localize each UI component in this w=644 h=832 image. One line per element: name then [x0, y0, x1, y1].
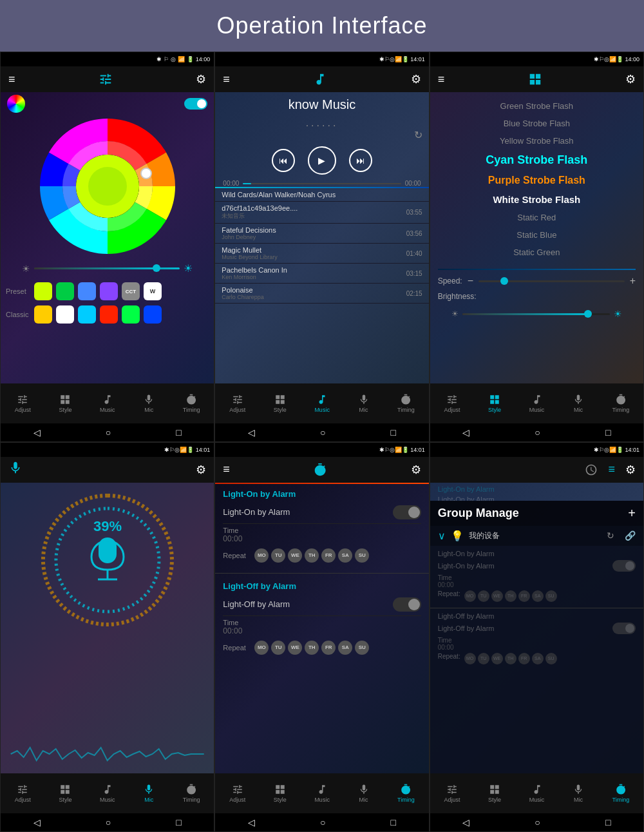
home-btn-6[interactable]: ○	[535, 817, 540, 827]
color-wheel[interactable]	[37, 115, 178, 257]
classic-swatch-5[interactable]	[122, 305, 140, 324]
alarm-toggle-2[interactable]	[393, 597, 421, 612]
repeat-icon[interactable]: ↻	[414, 129, 422, 141]
classic-swatch-1[interactable]	[34, 305, 52, 324]
nav-timing-1[interactable]: Timing	[183, 394, 200, 413]
effect-item[interactable]: Static Green	[430, 244, 643, 261]
effect-item-purple[interactable]: Purple Strobe Flash	[430, 171, 643, 190]
back-btn-2[interactable]: ◁	[248, 427, 255, 438]
preset-swatch-w[interactable]: W	[144, 282, 162, 300]
home-btn-3[interactable]: ○	[535, 427, 540, 438]
day-we-1[interactable]: WE	[288, 548, 302, 563]
day-we-2[interactable]: WE	[288, 641, 302, 655]
nav-music-5[interactable]: Music	[314, 784, 330, 803]
day-tu-2[interactable]: TU	[271, 641, 285, 655]
nav-style-1[interactable]: Style	[59, 394, 71, 413]
back-btn-3[interactable]: ◁	[462, 427, 469, 438]
settings-icon-2[interactable]: ⚙	[411, 72, 421, 86]
effect-item[interactable]: Static Red	[430, 209, 643, 226]
classic-swatch-3[interactable]	[78, 305, 96, 324]
day-sa-1[interactable]: SA	[338, 548, 352, 563]
nav-music-1[interactable]: Music	[100, 394, 115, 413]
settings-icon-3[interactable]: ⚙	[625, 72, 636, 86]
back-btn-5[interactable]: ◁	[248, 817, 255, 827]
effect-item-cyan[interactable]: Cyan Strobe Flash	[430, 150, 643, 171]
day-su-1[interactable]: SU	[355, 548, 369, 563]
recent-btn-2[interactable]: □	[391, 427, 396, 438]
progress-track[interactable]	[243, 183, 401, 184]
recent-btn-5[interactable]: □	[391, 817, 396, 827]
nav-adjust-1[interactable]: Adjust	[15, 394, 31, 413]
power-toggle[interactable]	[184, 98, 207, 110]
recent-btn-6[interactable]: □	[605, 817, 611, 827]
nav-style-3[interactable]: Style	[488, 394, 501, 413]
alarm-toggle-1[interactable]	[393, 505, 421, 519]
nav-adjust-5[interactable]: Adjust	[229, 784, 245, 803]
next-button[interactable]: ⏭	[349, 149, 372, 172]
list-item[interactable]: Pachelbels Canon In Ken Morrison 03:15	[215, 264, 428, 284]
nav-style-6[interactable]: Style	[488, 784, 501, 803]
nav-adjust-2[interactable]: Adjust	[229, 394, 245, 413]
list-item[interactable]: Fateful Decisions John Debney 03:56	[215, 224, 428, 244]
day-tu-1[interactable]: TU	[271, 548, 285, 563]
nav-music-6[interactable]: Music	[529, 784, 545, 803]
list-item[interactable]: Magic Mullet Music Beyond Library 01:40	[215, 244, 428, 264]
speed-slider[interactable]	[478, 280, 625, 282]
menu-icon-2[interactable]: ≡	[223, 73, 230, 86]
speed-minus[interactable]: −	[468, 275, 473, 287]
day-mo-2[interactable]: MO	[254, 641, 269, 655]
effect-item[interactable]: Static Blue	[430, 226, 643, 244]
settings-icon-5[interactable]: ⚙	[411, 463, 421, 477]
nav-adjust-6[interactable]: Adjust	[444, 784, 460, 803]
settings-icon-1[interactable]: ⚙	[196, 72, 206, 86]
home-btn-4[interactable]: ○	[106, 817, 111, 827]
nav-mic-4[interactable]: Mic	[143, 784, 155, 803]
nav-timing-6[interactable]: Timing	[612, 784, 630, 803]
nav-style-4[interactable]: Style	[59, 784, 71, 803]
menu-icon-1[interactable]: ≡	[8, 73, 15, 86]
effect-item[interactable]: Yellow Strobe Flash	[430, 132, 643, 150]
back-btn-6[interactable]: ◁	[462, 817, 469, 827]
link-icon[interactable]: 🔗	[625, 530, 636, 541]
nav-music-3[interactable]: Music	[529, 394, 545, 413]
settings-icon-4[interactable]: ⚙	[196, 463, 206, 477]
list-item[interactable]: Polonaise Carlo Chiareppa 02:15	[215, 284, 428, 304]
nav-mic-6[interactable]: Mic	[573, 784, 584, 803]
menu-icon-3[interactable]: ≡	[438, 73, 445, 86]
back-btn-4[interactable]: ◁	[33, 817, 41, 827]
preset-swatch-1[interactable]	[34, 282, 52, 300]
recent-btn-1[interactable]: □	[176, 427, 181, 438]
classic-swatch-2[interactable]	[56, 305, 74, 324]
brightness-slider[interactable]	[34, 267, 180, 269]
home-btn-5[interactable]: ○	[320, 817, 325, 827]
nav-timing-5[interactable]: Timing	[397, 784, 415, 803]
nav-style-2[interactable]: Style	[274, 394, 287, 413]
effect-item[interactable]: Blue Strobe Flash	[430, 115, 643, 132]
day-fr-2[interactable]: FR	[321, 641, 336, 655]
menu-icon-5[interactable]: ≡	[223, 463, 230, 476]
expand-icon[interactable]: ∨	[438, 530, 446, 542]
nav-adjust-3[interactable]: Adjust	[444, 394, 460, 413]
nav-mic-1[interactable]: Mic	[143, 394, 155, 413]
play-button[interactable]: ▶	[308, 146, 336, 175]
day-th-2[interactable]: TH	[305, 641, 319, 655]
list-item[interactable]: d76cf1a1c49a13e9ee.... 未知音乐 03:55	[215, 202, 428, 224]
nav-mic-2[interactable]: Mic	[358, 394, 370, 413]
recent-btn-3[interactable]: □	[605, 427, 611, 438]
brightness-track-3[interactable]	[462, 313, 610, 315]
classic-swatch-6[interactable]	[144, 305, 162, 324]
nav-adjust-4[interactable]: Adjust	[15, 784, 31, 803]
nav-timing-3[interactable]: Timing	[612, 394, 630, 413]
color-ball[interactable]	[7, 95, 25, 113]
nav-mic-3[interactable]: Mic	[573, 394, 584, 413]
list-icon-6[interactable]: ≡	[608, 463, 615, 476]
preset-swatch-2[interactable]	[56, 282, 74, 300]
adjust-icon-1[interactable]	[99, 72, 113, 86]
refresh-icon[interactable]: ↻	[607, 530, 614, 541]
device-row[interactable]: ∨ 💡 我的设备 ↻ 🔗	[430, 526, 643, 546]
day-su-2[interactable]: SU	[355, 641, 369, 655]
prev-button[interactable]: ⏮	[272, 149, 295, 172]
settings-icon-6[interactable]: ⚙	[625, 463, 636, 477]
recent-btn-4[interactable]: □	[176, 817, 181, 827]
menu-icon-4[interactable]	[8, 461, 23, 478]
